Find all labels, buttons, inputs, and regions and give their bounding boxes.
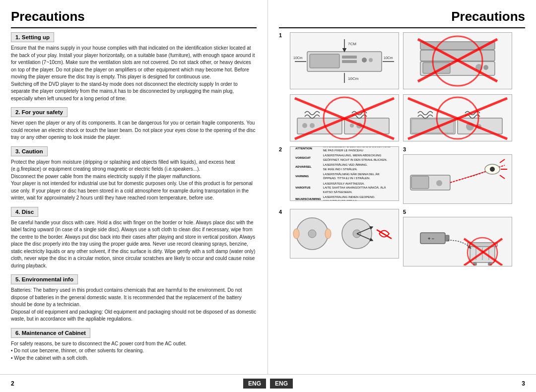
diagram-disc-handling [290,209,399,259]
svg-text:10Cm: 10Cm [384,56,393,60]
section-maintenance-text: For safety reasons, be sure to disconnec… [11,340,257,362]
page-number-right: 3 [522,380,525,387]
page-number-left: 2 [11,380,14,387]
svg-point-27 [310,123,315,128]
left-title: Precautions [11,9,257,28]
diagram-no-heat [403,94,512,141]
section-maintenance: 6. Maintenance of Cabinet For safety rea… [11,328,257,362]
svg-point-26 [302,123,307,128]
diagram-label-spacer [279,94,286,100]
svg-point-52 [325,229,331,239]
diagram-label-1: 1 [279,32,286,38]
svg-point-43 [436,180,442,186]
svg-rect-2 [342,56,357,59]
svg-point-20 [483,65,488,70]
svg-point-4 [362,58,367,63]
svg-rect-1 [310,54,339,68]
section-setting-up: 1. Setting up Ensure that the mains supp… [11,32,257,102]
section-safety: 2. For your safety Never open the player… [11,107,257,141]
section-disc-text: Be careful handle your discs with care. … [11,219,257,270]
section-safety-text: Never open the player or any of its comp… [11,120,257,141]
eng-badge-left: ENG [243,379,266,389]
svg-point-51 [293,229,299,239]
right-title: Precautions [279,9,525,28]
svg-point-28 [350,124,354,128]
diagram-battery: + − [403,217,512,266]
svg-line-46 [500,159,505,163]
section-caution: 3. Caution Protect the player from moist… [11,146,257,202]
svg-text:10Cm: 10Cm [293,56,303,60]
svg-point-50 [308,230,316,238]
diagram-label-3: 3 [403,146,512,152]
section-env-text: Batteries: The battery used in this prod… [11,287,257,323]
section-caution-title: 3. Caution [11,146,48,156]
diagram-label-2: 2 [279,146,286,152]
section-caution-text: Protect the player from moisture (drippi… [11,159,257,202]
diagram-laser-danger [403,154,512,204]
section-setting-up-text: Ensure that the mains supply in your hou… [11,45,257,102]
svg-point-45 [490,167,495,172]
svg-rect-3 [342,60,357,63]
svg-text:7CM: 7CM [348,42,356,46]
section-setting-up-title: 1. Setting up [11,32,54,42]
svg-rect-35 [411,119,454,133]
bottom-bar: 2 ENG ENG 3 [0,374,536,392]
section-env-title: 5. Environmental info [11,274,78,284]
section-safety-title: 2. For your safety [11,107,67,117]
diagrams-area: 1 [279,32,525,266]
eng-badge-right: ENG [270,379,293,389]
diagram-no-amplifier [290,94,399,141]
right-panel: Precautions 1 [268,0,536,374]
diagram-no-stack [403,32,512,89]
svg-point-5 [369,58,373,62]
svg-text:+  −: + − [428,236,434,241]
section-env: 5. Environmental info Batteries: The bat… [11,274,257,323]
svg-line-48 [500,175,505,179]
section-maintenance-title: 6. Maintenance of Cabinet [11,328,90,338]
diagram-label-5: 5 [403,209,512,215]
diagram-laser-warning: CAUTION LASER RADIATION WHEN OPEN DO NOT… [290,146,399,201]
diagram-ventilation: 7CM 10Cm 10Cm 10Cm [290,32,399,89]
section-disc: 4. Disc Be careful handle your discs wit… [11,207,257,270]
svg-text:10Cm: 10Cm [348,76,359,81]
section-disc-title: 4. Disc [11,207,38,217]
left-panel: Precautions 1. Setting up Ensure that th… [0,0,268,374]
svg-rect-42 [411,176,429,189]
diagram-label-4: 4 [279,209,286,215]
